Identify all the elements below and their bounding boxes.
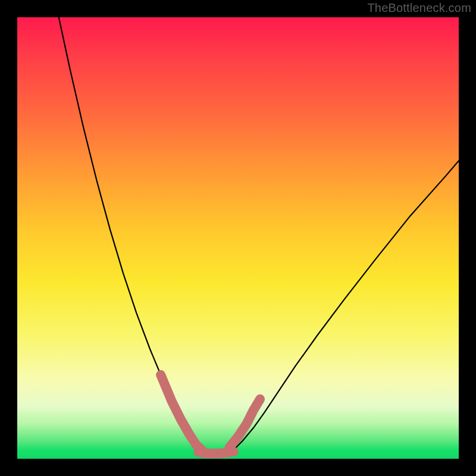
curves-layer <box>17 17 459 459</box>
plot-area <box>17 17 459 459</box>
series-highlight-right <box>229 399 260 448</box>
chart-frame: TheBottleneck.com <box>0 0 476 476</box>
series-right-branch <box>234 161 459 450</box>
series-highlight-left <box>161 375 202 451</box>
watermark-text: TheBottleneck.com <box>367 1 471 15</box>
series-left-branch <box>59 17 203 451</box>
